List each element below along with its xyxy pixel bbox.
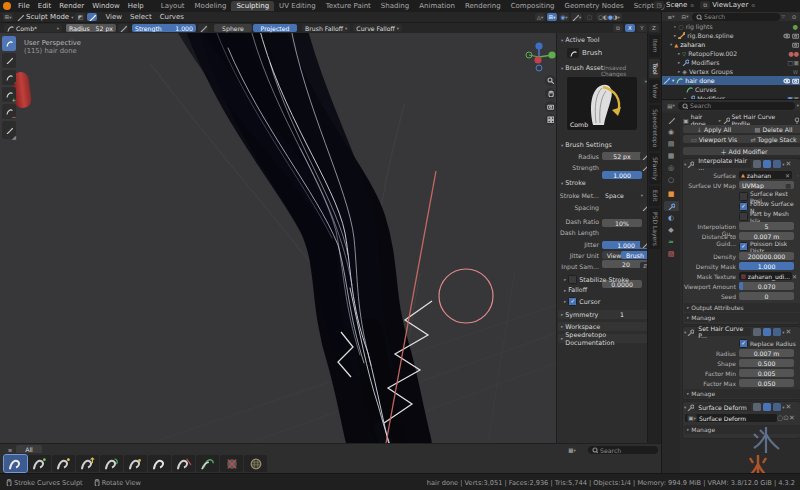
workspace-tab-shading[interactable]: Shading: [376, 1, 414, 11]
add-modifier-button[interactable]: ＋Add Modifier: [683, 147, 800, 155]
tab-edit[interactable]: Edit: [649, 186, 660, 206]
transform-orientation-dropdown[interactable]: ◬▾: [535, 13, 545, 21]
mod1-manage-subpanel[interactable]: ▸Manage: [684, 313, 800, 322]
mod3-bind-icons[interactable]: ○⊙✕: [777, 414, 795, 422]
tool-slide[interactable]: ◢: [2, 121, 16, 139]
mod1-realtime-toggle[interactable]: [763, 160, 771, 168]
mod3-close-icon[interactable]: ✕: [786, 403, 792, 411]
menu-help[interactable]: Help: [124, 2, 148, 10]
outliner-filter-icon[interactable]: ▽: [782, 14, 785, 19]
outliner-row-retopoflow[interactable]: ▸▽RetopoFlow.002 ●●: [662, 49, 800, 58]
curves-toggle-icon[interactable]: ◩: [75, 13, 85, 21]
outliner-row-vertex-groups[interactable]: ▸◈Vertex Groups W: [662, 67, 800, 76]
mod2-render-toggle[interactable]: [773, 328, 781, 336]
brush-asset-9[interactable]: [196, 455, 219, 472]
brush-settings-panel-header[interactable]: ▾Brush Settings: [558, 141, 612, 149]
mirror-y-button[interactable]: Y: [637, 24, 647, 32]
strength-pressure-icon[interactable]: [198, 24, 208, 32]
toggle-stack-button[interactable]: ⇄Toggle Stack: [742, 135, 800, 143]
proportional-edit-dropdown[interactable]: ◉▾: [559, 13, 569, 21]
mod3-manage-subpanel[interactable]: ▸Manage: [684, 425, 800, 434]
mod1-name-field[interactable]: Interpolate Hair ...: [695, 160, 751, 168]
menu-edit[interactable]: Edit: [34, 2, 56, 10]
tool-add[interactable]: +: [2, 87, 16, 102]
brush-asset-6[interactable]: [124, 455, 147, 472]
mod1-editmode-toggle[interactable]: [753, 160, 761, 168]
outliner-filter-collection-icon[interactable]: ⊟▾: [680, 13, 690, 21]
viewlayer-selector[interactable]: ViewLayer: [712, 1, 748, 9]
outliner-row-lights[interactable]: ▸◌rig lights●: [662, 22, 800, 31]
cursor-checkbox[interactable]: ✓: [568, 297, 577, 306]
scene-selector[interactable]: Scene: [666, 1, 687, 9]
asset-catalog-tab-all[interactable]: All: [16, 445, 42, 453]
active-tool-panel-header[interactable]: ▾Active Tool: [558, 36, 647, 44]
tab-tool[interactable]: Tool: [649, 59, 660, 79]
brush-preview[interactable]: Comb: [567, 77, 637, 130]
mod2-manage-subpanel[interactable]: ▸Manage: [684, 389, 800, 398]
radius-field[interactable]: 52 px: [602, 152, 642, 160]
asset-shelf-search-input[interactable]: Search: [588, 446, 658, 454]
brush-asset-5[interactable]: [100, 455, 123, 472]
brush-asset-4[interactable]: [76, 455, 99, 472]
properties-tab-tool[interactable]: [665, 115, 677, 125]
mod2-radius-field[interactable]: 0.007 m: [739, 349, 794, 357]
stroke-method-dropdown[interactable]: Space▾: [602, 191, 646, 199]
mod3-render-toggle[interactable]: [773, 403, 781, 411]
mod1-close-icon[interactable]: ✕: [786, 160, 792, 168]
falloff-shape-sphere-button[interactable]: Sphere: [214, 24, 252, 32]
shape-field[interactable]: 0.500: [739, 359, 794, 367]
mod3-expand-icon[interactable]: ▾: [684, 405, 686, 410]
mod3-editmode-toggle[interactable]: [753, 403, 761, 411]
mod2-extras-icon[interactable]: ▾: [782, 330, 784, 335]
radius-slider[interactable]: Radius 52 px: [66, 24, 116, 32]
surface-deform-target-field[interactable]: ▣▾Surface Deform: [685, 414, 777, 422]
poisson-disk-checkbox[interactable]: ✓: [739, 242, 748, 251]
mask-texture-field[interactable]: ▨zaharan_udi...✕: [739, 272, 792, 280]
curve-falloff-dropdown[interactable]: Curve Falloff▾: [353, 24, 402, 32]
properties-tab-physics[interactable]: ◐: [665, 213, 677, 223]
workspace-tab-geometry-nodes[interactable]: Geometry Nodes: [560, 1, 629, 11]
interpolation-guides-field[interactable]: 5: [739, 222, 794, 230]
scene-unlink-icon[interactable]: ⊙: [690, 3, 694, 8]
brush-asset-7[interactable]: [148, 455, 171, 472]
symmetry-panel-header[interactable]: ▸Symmetry: [558, 310, 649, 319]
mod1-extras-icon[interactable]: ▾: [782, 162, 784, 167]
shading-mode-group[interactable]: ○◐●◑▾: [596, 13, 622, 21]
viewport-3d[interactable]: · + − ◢ User Perspective (115) hair done…: [0, 33, 661, 443]
surface-uv-map-field[interactable]: UVMap▦: [739, 181, 794, 189]
pan-icon[interactable]: [545, 88, 556, 99]
stroke-panel-header[interactable]: ▾Stroke: [558, 179, 586, 187]
tab-item[interactable]: Item: [649, 35, 660, 57]
outliner-row-rig[interactable]: ▸rig.Bone.spline: [662, 31, 800, 40]
outliner-row-modifiers-zaharan[interactable]: ▸Modifiers ▢▣: [662, 58, 800, 67]
tab-sfamily[interactable]: SFamily: [649, 153, 660, 184]
tool-comb[interactable]: [2, 36, 16, 51]
perspective-toggle-icon[interactable]: [545, 114, 556, 125]
speedretopo-doc-panel-header[interactable]: ▸Speedretopo Documentation: [558, 334, 649, 343]
density-field[interactable]: 200000.000: [739, 252, 794, 260]
menu-render[interactable]: Render: [55, 2, 88, 10]
radius-pressure-icon[interactable]: [118, 24, 128, 32]
brush-toggle-icon[interactable]: [87, 13, 97, 21]
overlay-toggle[interactable]: ▢: [584, 13, 594, 21]
properties-tab-world[interactable]: ○: [665, 175, 677, 185]
surface-object-field[interactable]: ▲zaharan✕: [739, 171, 792, 179]
workspace-tab-animation[interactable]: Animation: [414, 1, 460, 11]
properties-tab-data[interactable]: ≈: [665, 237, 677, 247]
viewport-amount-slider[interactable]: 0.070: [739, 282, 794, 290]
properties-tab-scene[interactable]: ◎: [665, 163, 677, 173]
menu-view[interactable]: View: [101, 13, 126, 21]
outliner-display-mode-icon[interactable]: ≡▾: [666, 13, 676, 21]
mod1-render-toggle[interactable]: [773, 160, 781, 168]
mod1-expand-icon[interactable]: ▾: [684, 162, 686, 167]
properties-tab-output[interactable]: ▤: [665, 139, 677, 149]
outliner-row-curves[interactable]: Curves: [662, 85, 800, 94]
mod2-expand-icon[interactable]: ▾: [684, 330, 686, 335]
factor-max-field[interactable]: 0.050: [739, 379, 794, 387]
tab-view[interactable]: View: [649, 80, 660, 102]
outliner-search-input[interactable]: Search: [692, 13, 780, 21]
delete-all-button[interactable]: ▤Delete All: [742, 125, 800, 133]
part-by-mesh-row[interactable]: Part by Mesh Isla...: [739, 212, 800, 221]
cursor-subpanel[interactable]: ▸✓Cursor: [561, 297, 600, 306]
tool-density[interactable]: ·: [2, 70, 16, 85]
